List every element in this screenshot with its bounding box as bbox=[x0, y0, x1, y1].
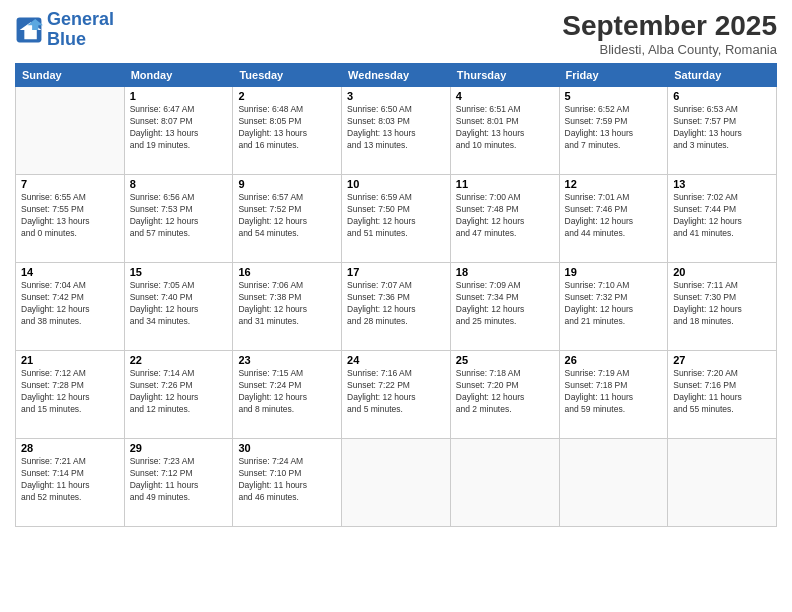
week-row-1: 1Sunrise: 6:47 AM Sunset: 8:07 PM Daylig… bbox=[16, 87, 777, 175]
calendar-cell: 1Sunrise: 6:47 AM Sunset: 8:07 PM Daylig… bbox=[124, 87, 233, 175]
day-number: 10 bbox=[347, 178, 445, 190]
day-number: 18 bbox=[456, 266, 554, 278]
day-number: 6 bbox=[673, 90, 771, 102]
logo: General Blue bbox=[15, 10, 114, 50]
day-number: 26 bbox=[565, 354, 663, 366]
day-number: 13 bbox=[673, 178, 771, 190]
logo-line2: Blue bbox=[47, 29, 86, 49]
week-row-2: 7Sunrise: 6:55 AM Sunset: 7:55 PM Daylig… bbox=[16, 175, 777, 263]
day-info: Sunrise: 7:01 AM Sunset: 7:46 PM Dayligh… bbox=[565, 192, 663, 240]
calendar-cell: 16Sunrise: 7:06 AM Sunset: 7:38 PM Dayli… bbox=[233, 263, 342, 351]
calendar-cell: 29Sunrise: 7:23 AM Sunset: 7:12 PM Dayli… bbox=[124, 439, 233, 527]
calendar-cell: 11Sunrise: 7:00 AM Sunset: 7:48 PM Dayli… bbox=[450, 175, 559, 263]
calendar-cell: 9Sunrise: 6:57 AM Sunset: 7:52 PM Daylig… bbox=[233, 175, 342, 263]
day-number: 27 bbox=[673, 354, 771, 366]
day-info: Sunrise: 6:55 AM Sunset: 7:55 PM Dayligh… bbox=[21, 192, 119, 240]
day-number: 21 bbox=[21, 354, 119, 366]
day-number: 24 bbox=[347, 354, 445, 366]
day-number: 17 bbox=[347, 266, 445, 278]
calendar-cell: 18Sunrise: 7:09 AM Sunset: 7:34 PM Dayli… bbox=[450, 263, 559, 351]
day-info: Sunrise: 7:02 AM Sunset: 7:44 PM Dayligh… bbox=[673, 192, 771, 240]
day-info: Sunrise: 6:53 AM Sunset: 7:57 PM Dayligh… bbox=[673, 104, 771, 152]
calendar: SundayMondayTuesdayWednesdayThursdayFrid… bbox=[15, 63, 777, 527]
day-info: Sunrise: 7:07 AM Sunset: 7:36 PM Dayligh… bbox=[347, 280, 445, 328]
day-header-saturday: Saturday bbox=[668, 64, 777, 87]
day-info: Sunrise: 6:51 AM Sunset: 8:01 PM Dayligh… bbox=[456, 104, 554, 152]
calendar-cell: 21Sunrise: 7:12 AM Sunset: 7:28 PM Dayli… bbox=[16, 351, 125, 439]
day-info: Sunrise: 6:57 AM Sunset: 7:52 PM Dayligh… bbox=[238, 192, 336, 240]
calendar-cell: 10Sunrise: 6:59 AM Sunset: 7:50 PM Dayli… bbox=[342, 175, 451, 263]
day-info: Sunrise: 7:14 AM Sunset: 7:26 PM Dayligh… bbox=[130, 368, 228, 416]
day-header-friday: Friday bbox=[559, 64, 668, 87]
calendar-cell: 8Sunrise: 6:56 AM Sunset: 7:53 PM Daylig… bbox=[124, 175, 233, 263]
month-title: September 2025 bbox=[562, 10, 777, 42]
subtitle: Blidesti, Alba County, Romania bbox=[562, 42, 777, 57]
day-number: 19 bbox=[565, 266, 663, 278]
logo-icon bbox=[15, 16, 43, 44]
day-info: Sunrise: 7:10 AM Sunset: 7:32 PM Dayligh… bbox=[565, 280, 663, 328]
calendar-cell: 5Sunrise: 6:52 AM Sunset: 7:59 PM Daylig… bbox=[559, 87, 668, 175]
day-info: Sunrise: 6:56 AM Sunset: 7:53 PM Dayligh… bbox=[130, 192, 228, 240]
day-info: Sunrise: 6:50 AM Sunset: 8:03 PM Dayligh… bbox=[347, 104, 445, 152]
calendar-cell bbox=[342, 439, 451, 527]
calendar-cell: 23Sunrise: 7:15 AM Sunset: 7:24 PM Dayli… bbox=[233, 351, 342, 439]
calendar-cell: 19Sunrise: 7:10 AM Sunset: 7:32 PM Dayli… bbox=[559, 263, 668, 351]
calendar-cell: 22Sunrise: 7:14 AM Sunset: 7:26 PM Dayli… bbox=[124, 351, 233, 439]
calendar-cell: 3Sunrise: 6:50 AM Sunset: 8:03 PM Daylig… bbox=[342, 87, 451, 175]
day-info: Sunrise: 7:24 AM Sunset: 7:10 PM Dayligh… bbox=[238, 456, 336, 504]
calendar-cell bbox=[559, 439, 668, 527]
day-info: Sunrise: 7:11 AM Sunset: 7:30 PM Dayligh… bbox=[673, 280, 771, 328]
day-number: 7 bbox=[21, 178, 119, 190]
logo-text: General Blue bbox=[47, 10, 114, 50]
day-info: Sunrise: 7:21 AM Sunset: 7:14 PM Dayligh… bbox=[21, 456, 119, 504]
day-header-sunday: Sunday bbox=[16, 64, 125, 87]
calendar-cell: 2Sunrise: 6:48 AM Sunset: 8:05 PM Daylig… bbox=[233, 87, 342, 175]
calendar-cell bbox=[668, 439, 777, 527]
day-info: Sunrise: 7:05 AM Sunset: 7:40 PM Dayligh… bbox=[130, 280, 228, 328]
day-number: 1 bbox=[130, 90, 228, 102]
day-header-monday: Monday bbox=[124, 64, 233, 87]
day-info: Sunrise: 7:12 AM Sunset: 7:28 PM Dayligh… bbox=[21, 368, 119, 416]
day-info: Sunrise: 7:23 AM Sunset: 7:12 PM Dayligh… bbox=[130, 456, 228, 504]
day-number: 2 bbox=[238, 90, 336, 102]
calendar-cell: 4Sunrise: 6:51 AM Sunset: 8:01 PM Daylig… bbox=[450, 87, 559, 175]
day-info: Sunrise: 6:48 AM Sunset: 8:05 PM Dayligh… bbox=[238, 104, 336, 152]
day-number: 25 bbox=[456, 354, 554, 366]
week-row-5: 28Sunrise: 7:21 AM Sunset: 7:14 PM Dayli… bbox=[16, 439, 777, 527]
day-info: Sunrise: 6:52 AM Sunset: 7:59 PM Dayligh… bbox=[565, 104, 663, 152]
day-number: 12 bbox=[565, 178, 663, 190]
day-header-thursday: Thursday bbox=[450, 64, 559, 87]
day-number: 28 bbox=[21, 442, 119, 454]
calendar-cell: 17Sunrise: 7:07 AM Sunset: 7:36 PM Dayli… bbox=[342, 263, 451, 351]
calendar-cell: 12Sunrise: 7:01 AM Sunset: 7:46 PM Dayli… bbox=[559, 175, 668, 263]
calendar-cell: 27Sunrise: 7:20 AM Sunset: 7:16 PM Dayli… bbox=[668, 351, 777, 439]
calendar-cell: 26Sunrise: 7:19 AM Sunset: 7:18 PM Dayli… bbox=[559, 351, 668, 439]
calendar-cell: 14Sunrise: 7:04 AM Sunset: 7:42 PM Dayli… bbox=[16, 263, 125, 351]
day-number: 11 bbox=[456, 178, 554, 190]
calendar-cell bbox=[16, 87, 125, 175]
calendar-cell bbox=[450, 439, 559, 527]
calendar-cell: 25Sunrise: 7:18 AM Sunset: 7:20 PM Dayli… bbox=[450, 351, 559, 439]
calendar-cell: 13Sunrise: 7:02 AM Sunset: 7:44 PM Dayli… bbox=[668, 175, 777, 263]
week-row-4: 21Sunrise: 7:12 AM Sunset: 7:28 PM Dayli… bbox=[16, 351, 777, 439]
week-row-3: 14Sunrise: 7:04 AM Sunset: 7:42 PM Dayli… bbox=[16, 263, 777, 351]
day-info: Sunrise: 6:59 AM Sunset: 7:50 PM Dayligh… bbox=[347, 192, 445, 240]
calendar-cell: 30Sunrise: 7:24 AM Sunset: 7:10 PM Dayli… bbox=[233, 439, 342, 527]
day-number: 20 bbox=[673, 266, 771, 278]
calendar-cell: 15Sunrise: 7:05 AM Sunset: 7:40 PM Dayli… bbox=[124, 263, 233, 351]
day-info: Sunrise: 7:06 AM Sunset: 7:38 PM Dayligh… bbox=[238, 280, 336, 328]
day-number: 16 bbox=[238, 266, 336, 278]
calendar-cell: 6Sunrise: 6:53 AM Sunset: 7:57 PM Daylig… bbox=[668, 87, 777, 175]
day-header-tuesday: Tuesday bbox=[233, 64, 342, 87]
day-number: 22 bbox=[130, 354, 228, 366]
day-info: Sunrise: 7:09 AM Sunset: 7:34 PM Dayligh… bbox=[456, 280, 554, 328]
day-info: Sunrise: 7:20 AM Sunset: 7:16 PM Dayligh… bbox=[673, 368, 771, 416]
day-number: 8 bbox=[130, 178, 228, 190]
calendar-cell: 24Sunrise: 7:16 AM Sunset: 7:22 PM Dayli… bbox=[342, 351, 451, 439]
title-block: September 2025 Blidesti, Alba County, Ro… bbox=[562, 10, 777, 57]
day-info: Sunrise: 7:15 AM Sunset: 7:24 PM Dayligh… bbox=[238, 368, 336, 416]
day-number: 3 bbox=[347, 90, 445, 102]
calendar-cell: 28Sunrise: 7:21 AM Sunset: 7:14 PM Dayli… bbox=[16, 439, 125, 527]
day-number: 9 bbox=[238, 178, 336, 190]
day-info: Sunrise: 7:19 AM Sunset: 7:18 PM Dayligh… bbox=[565, 368, 663, 416]
